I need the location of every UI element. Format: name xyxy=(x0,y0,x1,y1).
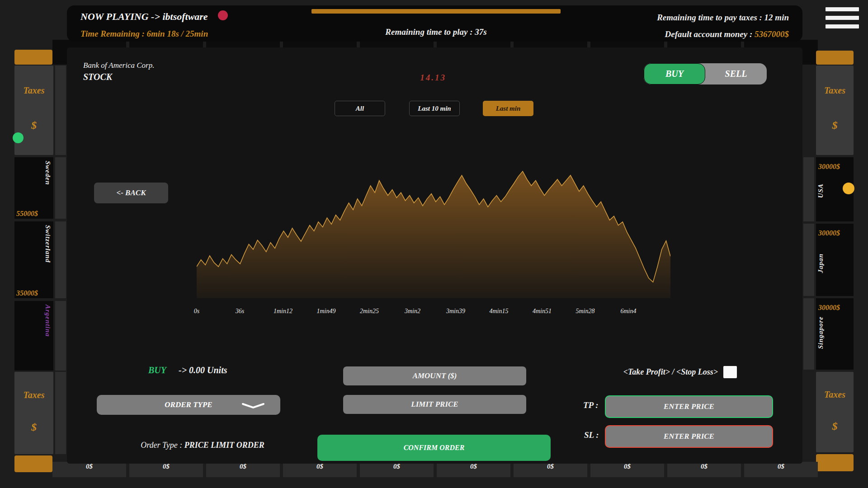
filter-last10min-button[interactable]: Last 10 min xyxy=(409,101,460,116)
order-type-summary: Order Type : PRICE LIMIT ORDER xyxy=(112,441,293,450)
x-axis-label: 4min51 xyxy=(533,308,552,315)
dollar-symbol: $ xyxy=(14,119,53,131)
tile-price: 0$ xyxy=(547,463,554,470)
tile-price: 0$ xyxy=(316,463,323,470)
tile-price: 0$ xyxy=(701,463,708,470)
tile-price: 0$ xyxy=(470,463,477,470)
tile-japan: 30000$ Japan xyxy=(816,224,854,296)
tile-country-name: Switzerland xyxy=(44,225,52,263)
tile-price: 0$ xyxy=(778,463,784,470)
board-bottom-tile: 0$ xyxy=(360,462,434,477)
tile-price: 0$ xyxy=(86,463,93,470)
tile-price: 0$ xyxy=(240,463,246,470)
tile-taxes-bottom-left: Taxes $ xyxy=(14,372,53,454)
tile-taxes-top-right: Taxes $ xyxy=(816,66,854,155)
tile-band xyxy=(55,66,66,155)
back-button[interactable]: <- BACK xyxy=(94,183,168,203)
sl-label: SL : xyxy=(584,430,599,440)
amount-input[interactable] xyxy=(343,366,526,385)
tile-band xyxy=(803,298,814,370)
x-axis-label: 0s xyxy=(194,308,199,315)
x-axis-label: 5min28 xyxy=(576,308,595,315)
player-token-green xyxy=(13,132,24,143)
tile-band xyxy=(55,221,66,298)
chart-area-fill xyxy=(197,171,670,298)
buy-tab[interactable]: BUY xyxy=(644,63,705,84)
tax-tile-label: Taxes xyxy=(816,389,854,400)
stop-loss-input[interactable] xyxy=(605,425,773,448)
x-axis-label: 36s xyxy=(236,308,244,315)
tile-sweden: Sweden 55000$ xyxy=(14,157,53,219)
tile-price: 0$ xyxy=(624,463,631,470)
turn-progress-bar xyxy=(311,9,561,14)
game-screen: Taxes $ Sweden 55000$ Switzerland 35000$… xyxy=(0,0,868,488)
tp-sl-label: <Take Profit> / <Stop Loss> xyxy=(519,367,718,377)
tile-country-name: Argentina xyxy=(44,305,52,337)
player-token-yellow xyxy=(843,183,854,194)
dollar-symbol: $ xyxy=(816,119,854,131)
board-bottom-tile: 0$ xyxy=(283,462,357,477)
tax-tile-label: Taxes xyxy=(14,390,53,400)
asset-type: STOCK xyxy=(83,72,112,82)
take-profit-input[interactable] xyxy=(605,395,773,418)
sell-tab[interactable]: SELL xyxy=(705,63,767,84)
dollar-symbol: $ xyxy=(816,420,854,432)
company-name: Bank of America Corp. xyxy=(83,61,154,70)
tile-price: 0$ xyxy=(163,463,170,470)
time-remaining-text: Time Remaining : 6min 18s / 25min xyxy=(80,29,208,39)
tile-price: 35000$ xyxy=(16,289,38,297)
tile-price: 30000$ xyxy=(818,163,840,171)
remaining-taxes-text: Remaining time to pay taxes : 12 min xyxy=(599,13,789,23)
tile-price: 30000$ xyxy=(818,304,840,312)
tile-price: 0$ xyxy=(393,463,400,470)
tile-band xyxy=(55,157,66,219)
tax-tile-label: Taxes xyxy=(14,85,53,96)
x-axis-label: 1min49 xyxy=(317,308,336,315)
tile-country-name: Japan xyxy=(817,253,825,273)
x-axis-label: 2min25 xyxy=(360,308,379,315)
x-axis-label: 1min12 xyxy=(274,308,292,315)
account-money-value: 5367000$ xyxy=(755,29,789,39)
board-corner-top-right xyxy=(816,51,854,65)
tile-switzerland: Switzerland 35000$ xyxy=(14,221,53,298)
hamburger-bar xyxy=(826,7,859,11)
account-money-text: Default account money : 5367000$ xyxy=(599,29,789,39)
player-status-dot xyxy=(218,10,228,20)
x-axis-label: 6min4 xyxy=(621,308,637,315)
x-axis-label: 4min15 xyxy=(490,308,509,315)
filter-all-button[interactable]: All xyxy=(335,101,385,116)
board-corner-bottom-left xyxy=(14,455,52,472)
board-bottom-tile: 0$ xyxy=(514,462,587,477)
tile-argentina: Argentina xyxy=(14,301,53,371)
filter-lastmin-button[interactable]: Last min xyxy=(483,101,533,116)
top-bar: NOW PLAYING -> ibtsoftware Time Remainin… xyxy=(67,5,802,42)
confirm-order-button[interactable]: CONFIRM ORDER xyxy=(317,435,551,461)
order-units-text: -> 0.00 Units xyxy=(179,365,227,375)
limit-price-input[interactable] xyxy=(343,395,526,414)
tile-singapore: 30000$ Singapore xyxy=(816,298,854,370)
board-corner-top-left xyxy=(14,50,52,65)
price-chart xyxy=(197,160,670,298)
order-type-dropdown[interactable]: ORDER TYPE xyxy=(97,395,280,415)
tp-sl-checkbox[interactable] xyxy=(723,366,737,378)
order-side-label: BUY xyxy=(148,365,166,375)
hamburger-bar xyxy=(826,16,859,20)
buy-sell-toggle: BUY SELL xyxy=(644,63,767,84)
trading-panel: Bank of America Corp. STOCK 14.13 BUY SE… xyxy=(67,47,802,464)
tile-price: 55000$ xyxy=(16,210,38,218)
tile-country-name: Singapore xyxy=(817,316,825,349)
tile-price: 30000$ xyxy=(818,229,840,237)
board-bottom-tile: 0$ xyxy=(437,462,510,477)
board-bottom-tile: 0$ xyxy=(129,462,203,477)
board-bottom-tile: 0$ xyxy=(52,462,126,477)
menu-hamburger-icon[interactable] xyxy=(826,7,859,29)
dollar-symbol: $ xyxy=(14,421,53,433)
board-bottom-tile: 0$ xyxy=(590,462,664,477)
now-playing-text: NOW PLAYING -> ibtsoftware xyxy=(80,11,208,23)
x-axis-label: 3min39 xyxy=(446,308,465,315)
tile-band xyxy=(803,224,814,296)
stock-price: 14.13 xyxy=(383,73,483,83)
board-bottom-tile: 0$ xyxy=(744,462,818,477)
tile-band xyxy=(55,372,66,454)
x-axis-label: 3min2 xyxy=(405,308,420,315)
